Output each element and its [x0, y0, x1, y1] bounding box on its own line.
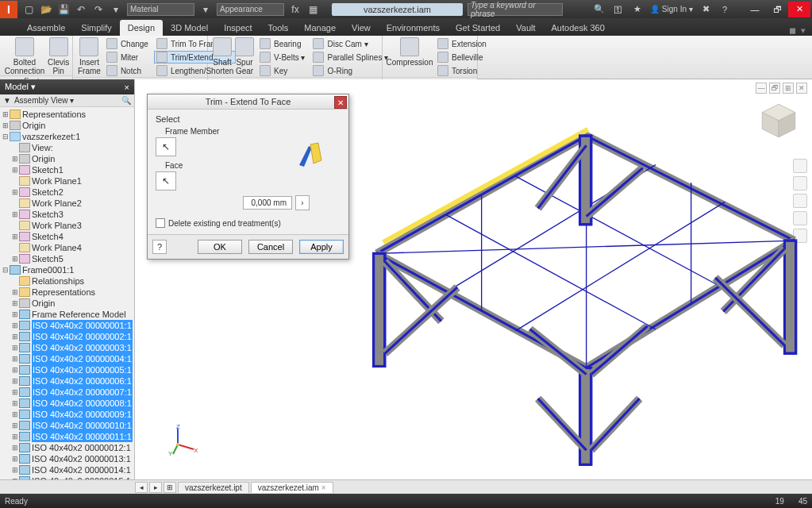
svg-marker-47 [310, 143, 321, 164]
dropdown-icon[interactable]: ▾ [110, 3, 122, 16]
doctab-list-icon[interactable]: ⊞ [164, 482, 176, 493]
svg-point-45 [176, 443, 179, 446]
assembly-view-select[interactable]: Assembly View ▾ [14, 96, 118, 105]
appearance-select[interactable]: Appearance [217, 3, 284, 16]
disc-cam-button[interactable]: Disc Cam ▾ [310, 37, 391, 50]
undo-icon[interactable]: ↶ [75, 3, 87, 16]
shaft-button[interactable]: Shaft [213, 37, 232, 67]
svg-rect-13 [784, 241, 795, 353]
tab-autodesk360[interactable]: Autodesk 360 [544, 20, 613, 36]
close-button[interactable]: ✕ [788, 2, 810, 17]
cancel-button[interactable]: Cancel [248, 240, 293, 254]
change-button[interactable]: Change [104, 37, 151, 50]
help-bullet-icon[interactable]: ◼ [789, 25, 796, 36]
redo-icon[interactable]: ↷ [92, 3, 105, 16]
status-count-1: 19 [775, 497, 784, 506]
browser-header[interactable]: Model ▾× [0, 79, 134, 94]
bearing-button[interactable]: Bearing [257, 37, 307, 50]
delete-treatments-checkbox[interactable] [156, 218, 165, 228]
tab-view[interactable]: View [344, 20, 379, 36]
spur-gear-button[interactable]: Spur Gear [235, 37, 254, 75]
doctab-prev-icon[interactable]: ◂ [135, 482, 148, 493]
tab-design[interactable]: Design [120, 20, 163, 36]
insert-frame-button[interactable]: Insert Frame [78, 37, 101, 75]
vbelts-button[interactable]: V-Belts ▾ [257, 51, 307, 64]
dialog-close-button[interactable]: ✕ [334, 96, 347, 109]
binoculars-icon[interactable]: 🔍 [593, 3, 606, 16]
window-title: vazszerkezet.iam [332, 3, 463, 16]
svg-line-3 [377, 241, 795, 253]
belleville-button[interactable]: Belleville [435, 51, 489, 64]
svg-text:X: X [194, 447, 198, 454]
model-browser: Model ▾× ▼ Assembly View ▾ 🔍 ⊞Representa… [0, 79, 135, 494]
material-select[interactable]: Material [127, 3, 194, 16]
help-icon[interactable]: ? [718, 3, 731, 16]
torsion-button[interactable]: Torsion [435, 64, 489, 77]
search-browser-icon[interactable]: 🔍 [121, 96, 131, 105]
svg-line-39 [178, 444, 194, 449]
save-icon[interactable]: 💾 [57, 3, 70, 16]
dropdown-icon[interactable]: ▾ [199, 3, 212, 16]
svg-line-8 [515, 202, 725, 330]
tab-getstarted[interactable]: Get Started [448, 20, 508, 36]
doctab-next-icon[interactable]: ▸ [149, 482, 162, 493]
exchange-icon[interactable]: ✖ [699, 3, 712, 16]
doctab-ipt[interactable]: vazszerkezet.ipt [178, 482, 249, 493]
new-icon[interactable]: ▢ [22, 3, 35, 16]
axis-triad: X Y Z [167, 424, 198, 456]
parallel-splines-button[interactable]: Parallel Splines ▾ [310, 51, 391, 64]
maximize-button[interactable]: 🗗 [766, 2, 788, 17]
filter-icon[interactable]: ▼ [3, 96, 11, 105]
key-button[interactable]: Key [257, 64, 307, 77]
doctab-iam[interactable]: vazszerkezet.iam × [251, 482, 333, 493]
notch-button[interactable]: Notch [104, 64, 151, 77]
tab-3dmodel[interactable]: 3D Model [163, 20, 216, 36]
minimize-button[interactable]: — [744, 2, 766, 17]
offset-arrow-button[interactable]: › [295, 195, 310, 210]
tool-icon[interactable]: ▦ [306, 3, 319, 16]
tab-tools[interactable]: Tools [260, 20, 297, 36]
fx-icon[interactable]: fx [289, 3, 302, 16]
tab-inspect[interactable]: Inspect [216, 20, 260, 36]
svg-rect-11 [374, 253, 385, 366]
offset-value[interactable]: 0,000 mm [243, 196, 292, 210]
svg-line-36 [591, 398, 640, 450]
status-bar: Ready 19 45 [0, 494, 812, 508]
dialog-help-button[interactable]: ? [152, 240, 167, 254]
open-icon[interactable]: 📂 [40, 3, 52, 16]
app-logo[interactable]: I [0, 1, 17, 18]
document-tabs: ◂ ▸ ⊞ vazszerkezet.ipt vazszerkezet.iam … [0, 479, 812, 494]
bolted-connection-button[interactable]: Bolted Connection [5, 37, 44, 75]
tab-simplify[interactable]: Simplify [73, 20, 120, 36]
miter-button[interactable]: Miter [104, 51, 151, 64]
pick-frame-member-button[interactable]: ↖ [156, 137, 176, 156]
ok-button[interactable]: OK [198, 240, 242, 254]
compression-button[interactable]: Compression [387, 37, 432, 67]
dialog-titlebar[interactable]: Trim - Extend To Face ✕ [148, 94, 348, 110]
key-icon[interactable]: ⚿ [612, 3, 625, 16]
clevis-pin-button[interactable]: Clevis Pin [48, 37, 69, 75]
svg-line-30 [587, 168, 643, 217]
apply-button[interactable]: Apply [299, 240, 344, 254]
select-label: Select [156, 114, 341, 124]
frame-member-label: Frame Member [165, 127, 341, 136]
extension-button[interactable]: Extension [435, 37, 489, 50]
ribbon-tabs: Assemble Simplify Design 3D Model Inspec… [0, 18, 812, 36]
tab-assemble[interactable]: Assemble [19, 20, 73, 36]
doctab-close-icon[interactable]: × [321, 483, 326, 492]
search-input[interactable]: Type a keyword or phrase [468, 3, 563, 16]
svg-text:Z: Z [176, 424, 180, 430]
tab-manage[interactable]: Manage [296, 20, 344, 36]
close-panel-icon[interactable]: × [125, 83, 129, 92]
ribbon: Bolted Connection Clevis Pin Fasten Inse… [0, 36, 812, 79]
oring-button[interactable]: O-Ring [310, 64, 391, 77]
svg-text:Y: Y [168, 450, 173, 456]
browser-tree[interactable]: ⊞Representations ⊞Origin ⊟vazszerkezet:1… [0, 107, 134, 494]
tab-environments[interactable]: Environments [379, 20, 448, 36]
tab-vault[interactable]: Vault [508, 20, 543, 36]
signin-button[interactable]: 👤Sign In▾ [650, 5, 693, 13]
star-icon[interactable]: ★ [631, 3, 644, 16]
delete-treatments-label: Delete existing end treatment(s) [168, 219, 281, 228]
pick-face-button[interactable]: ↖ [156, 171, 176, 190]
svg-marker-46 [299, 146, 312, 167]
